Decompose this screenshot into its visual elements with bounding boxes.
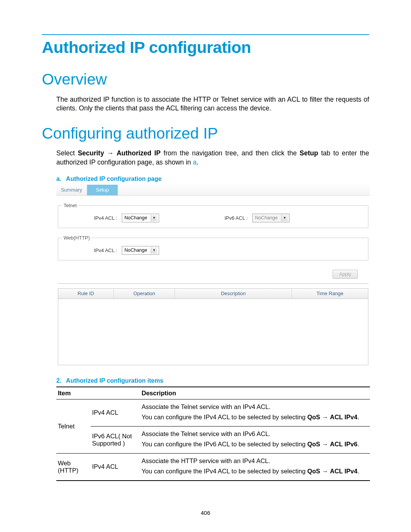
figure-caption: a.Authorized IP configuration page <box>56 176 369 182</box>
text-fragment: You can configure the IPv4 ACL to be sel… <box>142 414 307 420</box>
cell-desc: Associate the HTTP service with an IPv4 … <box>140 453 370 481</box>
web-http-panel: Web(HTTP) IPv4 ACL : NoChange ▼ <box>58 235 368 260</box>
desc-line: You can configure the IPv4 ACL to be sel… <box>142 414 368 421</box>
tab-bar: Summary Setup <box>56 185 370 196</box>
select-value: NoChange <box>124 248 147 253</box>
items-caption: 2.Authorized IP configuration items <box>56 377 369 384</box>
apply-button[interactable]: Apply <box>333 270 358 279</box>
nav-setup: Setup <box>299 149 318 157</box>
chevron-down-icon: ▼ <box>151 247 157 254</box>
cell-sub: IPv6 ACL( Not Supported ) <box>91 426 140 453</box>
nav-qos: QoS <box>307 468 320 474</box>
telnet-legend: Telnet <box>62 203 78 208</box>
figure-ref-link[interactable]: a <box>193 158 197 166</box>
telnet-panel: Telnet IPv4 ACL : NoChange ▼ IPv6 ACL : … <box>58 203 368 228</box>
text-fragment: . <box>357 441 359 447</box>
desc-line: Associate the Telnet service with an IPv… <box>142 403 368 411</box>
arrow-icon: → <box>320 414 330 420</box>
tab-setup[interactable]: Setup <box>87 185 118 195</box>
desc-line: You can configure the IPv4 ACL to be sel… <box>142 468 368 475</box>
acl-rule-grid: Rule ID Operation Description Time Range <box>58 288 368 365</box>
nav-security: Security <box>78 149 104 157</box>
select-value: NoChange <box>255 215 278 220</box>
text-fragment: You can configure the IPv4 ACL to be sel… <box>142 468 307 474</box>
table-row: IPv6 ACL( Not Supported ) Associate the … <box>56 426 370 453</box>
figure-authorized-ip-page: Summary Setup Telnet IPv4 ACL : NoChange… <box>56 185 370 369</box>
configuring-paragraph: Select Security → Authorized IP from the… <box>56 149 369 167</box>
section-configuring-heading: Configuring authorized IP <box>42 125 369 142</box>
text-fragment: You can configure the IPv6 ACL to be sel… <box>142 441 307 447</box>
nav-acl: ACL IPv4 <box>330 414 357 420</box>
grid-header-description[interactable]: Description <box>175 289 292 299</box>
table-row: Web (HTTP) IPv4 ACL Associate the HTTP s… <box>56 453 370 481</box>
grid-header-rule-id[interactable]: Rule ID <box>58 289 114 299</box>
nav-acl: ACL IPv4 <box>330 468 357 474</box>
page-number: 406 <box>0 510 411 516</box>
apply-row: Apply <box>58 267 368 284</box>
text-fragment: from the navigation tree, and then click… <box>161 149 299 157</box>
arrow-icon: → <box>104 149 116 157</box>
cell-category: Web (HTTP) <box>56 453 91 481</box>
cell-desc: Associate the Telnet service with an IPv… <box>140 426 370 453</box>
select-value: NoChange <box>124 215 147 220</box>
grid-header-operation[interactable]: Operation <box>114 289 175 299</box>
text-fragment: . <box>357 468 359 474</box>
telnet-ipv4-label: IPv4 ACL : <box>94 215 117 221</box>
arrow-icon: → <box>320 441 330 447</box>
text-fragment: . <box>196 158 198 166</box>
cell-category: Telnet <box>56 399 91 453</box>
desc-line: You can configure the IPv6 ACL to be sel… <box>142 441 368 448</box>
cell-sub: IPv4 ACL <box>91 453 140 481</box>
page-title: Authorized IP configuration <box>42 38 369 57</box>
web-ipv4-label: IPv4 ACL : <box>94 248 117 253</box>
nav-qos: QoS <box>307 441 320 447</box>
caption-text: Authorized IP configuration page <box>66 176 161 182</box>
telnet-ipv6-label: IPv6 ACL : <box>225 215 248 221</box>
overview-paragraph: The authorized IP function is to associa… <box>56 95 369 113</box>
cell-sub: IPv4 ACL <box>91 399 140 426</box>
chevron-down-icon: ▼ <box>281 215 288 221</box>
tab-summary[interactable]: Summary <box>56 185 87 195</box>
desc-line: Associate the Telnet service with an IPv… <box>142 430 368 438</box>
caption-text: Authorized IP configuration items <box>66 377 163 384</box>
chevron-down-icon: ▼ <box>151 215 157 221</box>
web-ipv4-select[interactable]: NoChange ▼ <box>122 246 159 255</box>
web-legend: Web(HTTP) <box>62 235 91 241</box>
arrow-icon: → <box>320 468 330 474</box>
caption-index: a. <box>56 176 61 182</box>
text-fragment: . <box>357 414 359 420</box>
section-overview-heading: Overview <box>42 70 369 88</box>
text-fragment: Select <box>56 149 78 157</box>
grid-header-time-range[interactable]: Time Range <box>292 289 368 299</box>
telnet-ipv4-select[interactable]: NoChange ▼ <box>122 214 159 222</box>
nav-authorized-ip: Authorized IP <box>116 149 161 157</box>
desc-line: Associate the HTTP service with an IPv4 … <box>142 457 368 465</box>
cell-desc: Associate the Telnet service with an IPv… <box>140 399 370 426</box>
nav-qos: QoS <box>307 414 320 420</box>
th-description: Description <box>140 387 370 399</box>
table-row: Telnet IPv4 ACL Associate the Telnet ser… <box>56 399 370 426</box>
telnet-ipv6-select[interactable]: NoChange ▼ <box>252 214 290 222</box>
config-items-table: Item Description Telnet IPv4 ACL Associa… <box>56 387 370 481</box>
header-rule <box>42 34 369 35</box>
nav-acl: ACL IPv6 <box>330 441 357 447</box>
caption-index: 2. <box>56 377 61 384</box>
th-item: Item <box>56 387 140 399</box>
